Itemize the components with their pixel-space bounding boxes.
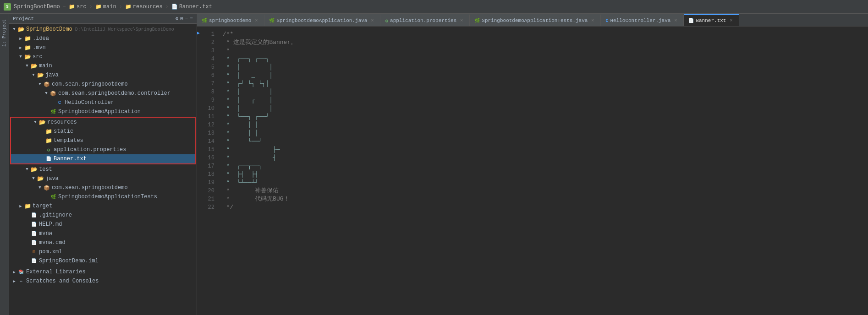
static-folder-icon: 📁 xyxy=(45,128,52,135)
main-arrow: ▼ xyxy=(24,63,30,69)
tree-item-java-test[interactable]: ▼ 📂 java xyxy=(9,174,197,183)
tab-hello-controller[interactable]: C HelloController.java × xyxy=(601,14,684,26)
tree-item-app-main[interactable]: 🌿 SpringbootdemoApplication xyxy=(9,107,197,116)
tree-item-mvnw-cmd[interactable]: 📄 mvnw.cmd xyxy=(9,238,197,247)
iml-label: SpringBootDemo.iml xyxy=(39,258,99,264)
tree-item-banner-txt[interactable]: 📄 Banner.txt xyxy=(11,154,195,163)
tab-app-props[interactable]: ⚙ application.properties × xyxy=(380,14,470,26)
controller-pkg-label: com.sean.springbootdemo.controller xyxy=(58,90,170,97)
tree-item-test[interactable]: ▼ 📂 test xyxy=(9,165,197,174)
mvnw-label: mvnw xyxy=(39,230,52,237)
mvnw-file-icon: 📄 xyxy=(30,230,38,237)
hello-controller-label: HelloController xyxy=(65,99,114,106)
code-editor[interactable]: /** * 这是我定义的Banner。 * * ┌──┐ ┌──┐ * │ │ … xyxy=(217,27,868,315)
app-properties-label: application.properties xyxy=(54,147,126,153)
tree-item-package-main[interactable]: ▼ 📦 com.sean.springbootdemo xyxy=(9,80,197,89)
idea-folder-icon: 📁 xyxy=(24,35,31,42)
scratches-icon: ✏ xyxy=(17,278,25,284)
ext-libs-icon: 📚 xyxy=(17,269,25,275)
tab-app-props-close[interactable]: × xyxy=(458,17,465,24)
tab-app-java-close[interactable]: × xyxy=(369,17,375,24)
breadcrumb-src: src xyxy=(77,4,87,10)
resources-group: ▼ 📂 resources 📁 static 📁 templates xyxy=(10,117,196,164)
tab-app-tests[interactable]: 🌿 SpringbootdemoApplicationTests.java × xyxy=(470,14,601,26)
tab-app-tests-icon: 🌿 xyxy=(474,18,480,23)
tree-layout-btn[interactable]: ⊟ xyxy=(180,16,183,22)
templates-label: templates xyxy=(54,137,83,144)
root-path: D:\IntelliJ_Workspace\SpringBootDemo xyxy=(75,27,174,32)
root-folder-icon: 📂 xyxy=(17,26,25,33)
tree-item-mvnw[interactable]: 📄 mvnw xyxy=(9,229,197,238)
tab-app-props-icon: ⚙ xyxy=(385,18,388,24)
tab-springbootdemo-close[interactable]: × xyxy=(253,17,259,24)
banner-file-icon: 📄 xyxy=(171,4,178,10)
tab-hello-controller-close[interactable]: × xyxy=(672,17,679,24)
mvn-label: .mvn xyxy=(33,44,46,51)
breadcrumb-main[interactable]: 📁 main xyxy=(95,4,116,10)
tree-item-package-test[interactable]: ▼ 📦 com.sean.springbootdemo xyxy=(9,183,197,192)
resources-label: resources xyxy=(47,119,77,125)
mvn-folder-icon: 📁 xyxy=(24,44,31,51)
java-test-label: java xyxy=(45,175,59,182)
src-folder-icon2: 📂 xyxy=(24,54,31,60)
tab-app-java[interactable]: 🌿 SpringbootdemoApplication.java × xyxy=(264,14,380,26)
tab-app-tests-close[interactable]: × xyxy=(589,17,596,24)
tree-item-target[interactable]: ▶ 📁 target xyxy=(9,201,197,211)
tree-item-ext-libs[interactable]: ▶ 📚 External Libraries xyxy=(9,267,197,277)
tree-item-static[interactable]: 📁 static xyxy=(11,127,195,136)
package-test-label: com.sean.springbootdemo xyxy=(52,185,128,191)
tree-item-pom[interactable]: m pom.xml xyxy=(9,247,197,256)
banner-txt-icon: 📄 xyxy=(45,156,52,162)
tree-item-scratches[interactable]: ▶ ✏ Scratches and Consoles xyxy=(9,277,197,286)
app-tests-icon: 🌿 xyxy=(49,194,57,200)
tab-banner-txt[interactable]: 📄 Banner.txt × xyxy=(684,14,739,26)
tree-item-resources[interactable]: ▼ 📂 resources xyxy=(11,118,195,127)
app-main-icon: 🌿 xyxy=(49,109,57,115)
tree-item-idea[interactable]: ▶ 📁 .idea xyxy=(9,34,197,43)
package-test-arrow: ▼ xyxy=(37,185,43,191)
tree-item-root[interactable]: ▼ 📂 SpringBootDemo D:\IntelliJ_Workspace… xyxy=(9,25,197,34)
tree-item-iml[interactable]: 📄 SpringBootDemo.iml xyxy=(9,256,197,266)
tree-item-java-main[interactable]: ▼ 📂 java xyxy=(9,71,197,80)
tab-banner-txt-close[interactable]: × xyxy=(728,17,734,24)
idea-arrow: ▶ xyxy=(17,35,24,42)
pom-icon: m xyxy=(30,249,38,255)
tree-item-app-properties[interactable]: ⚙ application.properties xyxy=(11,145,195,154)
tab-springbootdemo-icon: 🌿 xyxy=(202,18,207,23)
idea-label: .idea xyxy=(33,35,49,42)
tree-item-main[interactable]: ▼ 📂 main xyxy=(9,61,197,71)
breadcrumb-file[interactable]: 📄 Banner.txt xyxy=(171,4,212,10)
breadcrumb[interactable]: 📁 src xyxy=(69,4,87,10)
ext-libs-label: External Libraries xyxy=(26,269,86,275)
tree-menu-btn[interactable]: ≡ xyxy=(190,16,193,22)
src-label: src xyxy=(33,54,43,60)
target-arrow: ▶ xyxy=(17,203,24,209)
tree-item-hello-controller[interactable]: C HelloController xyxy=(9,98,197,107)
tab-springbootdemo-label: springbootdemo xyxy=(209,18,251,23)
tab-banner-txt-label: Banner.txt xyxy=(696,18,726,23)
tab-app-java-icon: 🌿 xyxy=(269,18,275,23)
java-test-folder-icon: 📂 xyxy=(37,175,44,182)
tree-settings-btn[interactable]: ⚙ xyxy=(176,16,179,22)
tree-item-templates[interactable]: 📁 templates xyxy=(11,136,195,145)
banner-txt-label: Banner.txt xyxy=(54,156,87,162)
tree-item-src[interactable]: ▼ 📂 src xyxy=(9,52,197,61)
tree-item-help[interactable]: 📄 HELP.md xyxy=(9,220,197,229)
project-side-tab[interactable]: 1: Project xyxy=(1,16,8,50)
target-folder-icon: 📁 xyxy=(24,203,31,209)
tree-content: ▼ 📂 SpringBootDemo D:\IntelliJ_Workspace… xyxy=(9,24,197,315)
app-tests-label: SpringbootdemoApplicationTests xyxy=(58,194,157,200)
tree-minus-btn[interactable]: − xyxy=(185,16,188,22)
breadcrumb-resources[interactable]: 📁 resources xyxy=(125,4,163,10)
project-label: Project xyxy=(13,16,34,22)
tree-item-mvn[interactable]: ▶ 📁 .mvn xyxy=(9,43,197,52)
tree-item-gitignore[interactable]: 📄 .gitignore xyxy=(9,211,197,220)
tree-item-app-tests[interactable]: 🌿 SpringbootdemoApplicationTests xyxy=(9,192,197,201)
app-properties-icon: ⚙ xyxy=(45,147,52,153)
package-test-icon: 📦 xyxy=(43,185,50,191)
resources-folder-icon: 📁 xyxy=(125,4,132,10)
side-tab-panel: 1: Project xyxy=(0,14,9,315)
hello-controller-icon: C xyxy=(56,99,63,106)
tree-item-controller-pkg[interactable]: ▼ 📦 com.sean.springbootdemo.controller xyxy=(9,89,197,98)
tab-springbootdemo[interactable]: 🌿 springbootdemo × xyxy=(197,14,264,26)
